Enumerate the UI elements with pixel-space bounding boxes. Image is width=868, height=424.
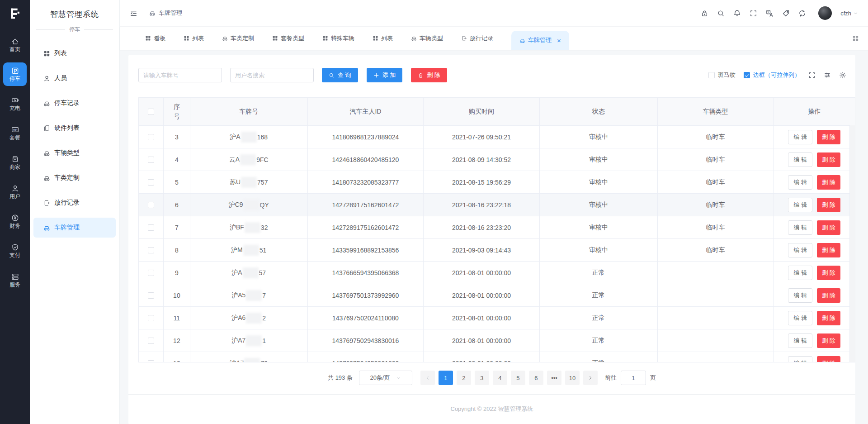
- column-settings-icon[interactable]: [824, 71, 831, 79]
- tab-list-1[interactable]: 列表: [184, 34, 204, 43]
- prev-page-button[interactable]: [420, 371, 435, 385]
- username-search-input[interactable]: [230, 68, 314, 82]
- page-button-6[interactable]: 6: [529, 371, 543, 385]
- cell-vehicle-type: [658, 307, 774, 329]
- row-checkbox[interactable]: [148, 224, 154, 231]
- tag-icon[interactable]: [782, 10, 790, 17]
- edit-button[interactable]: 编 辑: [788, 198, 812, 212]
- sidebar-item-hardware-list[interactable]: 硬件列表: [30, 118, 119, 138]
- sidebar-item-vehicle-type[interactable]: 车辆类型: [30, 143, 119, 163]
- cell-buy-time: 2021-08-01 00:00:00: [424, 329, 540, 352]
- delete-button[interactable]: 删 除: [817, 266, 840, 280]
- bell-icon[interactable]: [733, 10, 741, 17]
- search-button[interactable]: 查 询: [322, 68, 358, 82]
- row-checkbox[interactable]: [148, 292, 154, 299]
- sidebar-item-list[interactable]: 列表: [30, 43, 119, 63]
- row-checkbox[interactable]: [148, 270, 154, 276]
- row-checkbox[interactable]: [148, 338, 154, 344]
- sidebar-item-parking-records[interactable]: 停车记录: [30, 93, 119, 113]
- edit-button[interactable]: 编 辑: [788, 152, 812, 167]
- edit-button[interactable]: 编 辑: [788, 175, 812, 190]
- row-checkbox[interactable]: [148, 202, 154, 208]
- delete-button[interactable]: 删 除: [817, 220, 840, 235]
- more-pages-button[interactable]: •••: [547, 371, 561, 385]
- delete-button[interactable]: 删 除: [817, 130, 840, 144]
- zebra-stripe-checkbox[interactable]: 斑马纹: [708, 71, 736, 79]
- row-checkbox[interactable]: [148, 315, 154, 321]
- rail-item-finance[interactable]: 财务: [3, 210, 27, 233]
- edit-button[interactable]: 编 辑: [788, 243, 812, 257]
- row-checkbox[interactable]: [148, 360, 154, 362]
- tab-special-vehicle[interactable]: 特殊车辆: [322, 34, 354, 43]
- rail-item-payment[interactable]: 支付: [3, 239, 27, 262]
- cell-buy-time: 2021-08-15 19:56:29: [424, 171, 540, 193]
- edit-button[interactable]: 编 辑: [788, 333, 812, 348]
- avatar[interactable]: [818, 6, 832, 20]
- delete-button[interactable]: 删 除: [817, 175, 840, 190]
- search-icon[interactable]: [717, 10, 725, 17]
- menu-collapse-icon[interactable]: [130, 10, 137, 17]
- tab-release-records[interactable]: 放行记录: [461, 34, 493, 43]
- delete-button[interactable]: 删 除: [411, 68, 447, 82]
- sidebar-item-personnel[interactable]: 人员: [30, 68, 119, 88]
- refresh-icon[interactable]: [798, 10, 806, 17]
- plate-prefix: 沪A: [230, 133, 240, 141]
- sidebar-item-vehicle-custom[interactable]: 车类定制: [30, 168, 119, 188]
- tab-close-icon[interactable]: ×: [557, 37, 561, 44]
- delete-button[interactable]: 删 除: [817, 333, 840, 348]
- tab-options-grid-icon[interactable]: [852, 27, 859, 50]
- table-scrollbar[interactable]: [849, 125, 855, 362]
- tab-package-type[interactable]: 套餐类型: [272, 34, 304, 43]
- rail-item-merchant[interactable]: 商家: [3, 151, 27, 174]
- translate-icon[interactable]: 文: [766, 10, 774, 17]
- edit-button[interactable]: 编 辑: [788, 311, 812, 325]
- sidebar-item-label: 人员: [54, 74, 67, 82]
- edit-button[interactable]: 编 辑: [788, 288, 812, 303]
- edit-button[interactable]: 编 辑: [788, 220, 812, 235]
- page-button-1[interactable]: 1: [439, 371, 453, 385]
- sidebar-item-plate-management[interactable]: 车牌管理: [33, 218, 116, 238]
- next-page-button[interactable]: [583, 371, 598, 385]
- rail-item-home[interactable]: 首页: [3, 33, 27, 57]
- row-checkbox[interactable]: [148, 134, 154, 140]
- page-button-3[interactable]: 3: [475, 371, 489, 385]
- page-button-10[interactable]: 10: [565, 371, 580, 385]
- delete-button[interactable]: 删 除: [817, 198, 840, 212]
- page-button-2[interactable]: 2: [457, 371, 471, 385]
- page-button-5[interactable]: 5: [511, 371, 525, 385]
- delete-button[interactable]: 删 除: [817, 288, 840, 303]
- delete-button[interactable]: 删 除: [817, 152, 840, 167]
- edit-button[interactable]: 编 辑: [788, 266, 812, 280]
- tab-plate-management[interactable]: 车牌管理×: [511, 31, 569, 50]
- row-checkbox[interactable]: [148, 247, 154, 253]
- goto-page-input[interactable]: [621, 371, 646, 385]
- user-menu[interactable]: cfzh: [840, 10, 858, 17]
- border-checkbox[interactable]: 边框（可拉伸列）: [744, 71, 800, 79]
- select-all-checkbox[interactable]: [148, 109, 154, 115]
- tab-vehicle-custom[interactable]: 车类定制: [222, 34, 254, 43]
- delete-button[interactable]: 删 除: [817, 243, 840, 257]
- row-checkbox[interactable]: [148, 157, 154, 163]
- tab-list-2[interactable]: 列表: [373, 34, 393, 43]
- delete-button[interactable]: 删 除: [817, 311, 840, 325]
- tab-vehicle-type[interactable]: 车辆类型: [411, 34, 443, 43]
- row-checkbox[interactable]: [148, 179, 154, 186]
- fullscreen-icon[interactable]: [750, 10, 757, 17]
- rail-item-user[interactable]: 用户: [3, 180, 27, 204]
- gear-icon[interactable]: [839, 71, 846, 79]
- fullscreen-icon[interactable]: [808, 71, 816, 79]
- rail-item-charge[interactable]: 充电: [3, 92, 27, 115]
- edit-button[interactable]: 编 辑: [788, 356, 812, 362]
- sidebar-item-release-records[interactable]: 放行记录: [30, 193, 119, 213]
- edit-button[interactable]: 编 辑: [788, 130, 812, 144]
- page-button-4[interactable]: 4: [493, 371, 507, 385]
- lock-icon[interactable]: [701, 10, 708, 17]
- rail-item-service[interactable]: 服务: [3, 268, 27, 292]
- delete-button[interactable]: 删 除: [817, 356, 840, 362]
- add-button[interactable]: 添 加: [367, 68, 403, 82]
- rail-item-package[interactable]: VIP套餐: [3, 121, 27, 145]
- page-size-select[interactable]: 20条/页: [359, 371, 412, 385]
- plate-search-input[interactable]: [138, 68, 222, 82]
- tab-dashboard[interactable]: 看板: [145, 34, 165, 43]
- rail-item-parking[interactable]: 停车: [3, 62, 27, 86]
